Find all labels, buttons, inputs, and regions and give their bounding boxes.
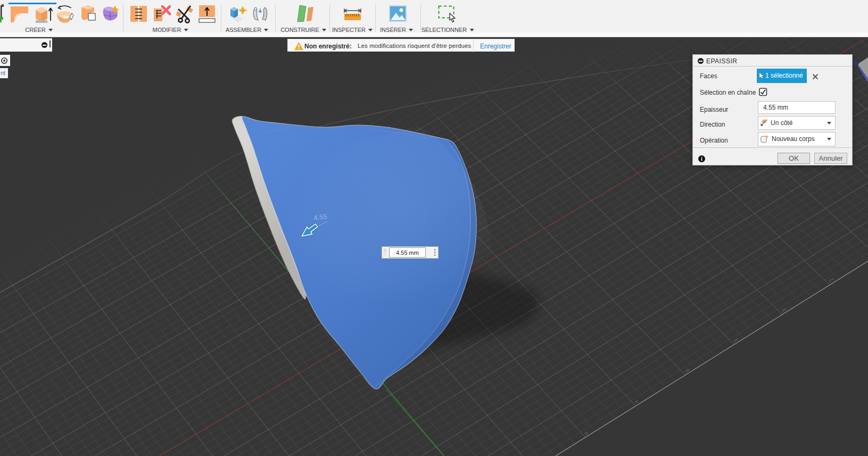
svg-text:4.55: 4.55 <box>313 212 328 222</box>
svg-text:z: z <box>852 59 858 67</box>
